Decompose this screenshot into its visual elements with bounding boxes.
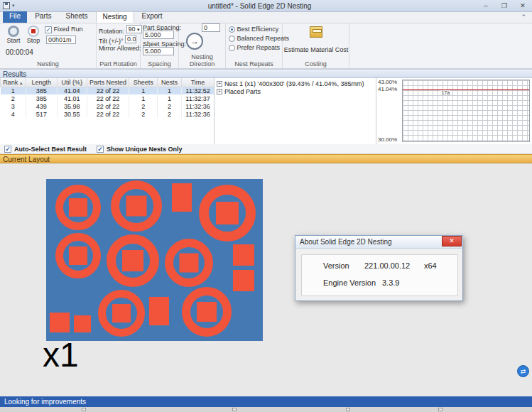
expand-icon[interactable]: + xyxy=(217,89,222,94)
column-header-nests[interactable]: Nests xyxy=(158,78,182,87)
radio-label: Balanced Repeats xyxy=(235,35,289,42)
column-header-time[interactable]: Time xyxy=(182,78,215,87)
table-cell: 3 xyxy=(1,102,26,110)
nesting-direction-icon[interactable]: → xyxy=(186,33,203,50)
bottom-strip-marker xyxy=(438,408,443,411)
sheet-quantity-label: x1 xyxy=(43,338,79,372)
table-cell: 22 of 22 xyxy=(87,110,129,118)
save-icon[interactable] xyxy=(3,2,10,9)
mirror-allowed-label: Mirror Allowed: xyxy=(99,45,141,52)
ring-part xyxy=(165,239,213,287)
part-spacing-input[interactable]: 5.000 xyxy=(143,31,174,39)
window-title: untitled* - Solid Edge 2D Nesting xyxy=(43,2,477,10)
collapse-ribbon-icon[interactable]: ⌃ xyxy=(521,13,526,21)
results-table-pane: Rank ▲LengthUtil (%)Parts NestedSheetsNe… xyxy=(0,78,215,144)
close-button[interactable]: ✕ xyxy=(514,0,532,11)
fixed-run-checkbox[interactable]: ✓ xyxy=(45,26,52,33)
run-time-field-wrap: 00h01m xyxy=(46,36,76,45)
unique-nests-checkbox[interactable]: ✓ xyxy=(97,146,104,153)
version-value: 221.00.00.12 xyxy=(364,261,410,270)
ring-part xyxy=(55,233,101,278)
radio-button[interactable] xyxy=(229,26,235,33)
cost-calculator-icon xyxy=(310,26,322,38)
utilization-graph: 43.00% 41.04% 30.00% 17a xyxy=(376,78,532,144)
radio-button[interactable] xyxy=(229,36,235,42)
radio-button[interactable] xyxy=(229,45,235,51)
about-dialog-body: Version 221.00.00.12 x64 Engine Version … xyxy=(301,254,458,296)
unique-nests-option[interactable]: ✓ Show Unique Nests Only xyxy=(97,146,183,153)
nest-repeats-option[interactable]: Balanced Repeats xyxy=(229,35,289,44)
group-label-part-rotation: Part Rotation xyxy=(97,60,140,67)
table-cell: 22 of 22 xyxy=(87,87,129,94)
tree-item[interactable]: +Placed Parts xyxy=(217,87,376,95)
tree-item[interactable]: +Nest 1 (x1) '400x300' (39.43% / 41.04%,… xyxy=(217,80,376,87)
group-label-nest-repeats: Nest Repeats xyxy=(226,60,282,67)
layout-canvas[interactable]: x1 ⇄ About Solid Edge 2D Nesting ✕ Versi… xyxy=(0,163,532,396)
tab-export[interactable]: Export xyxy=(136,11,169,23)
quick-access-dropdown-icon[interactable]: ▾ xyxy=(12,3,15,9)
results-options-row: ✓ Auto-Select Best Result ✓ Show Unique … xyxy=(0,144,532,154)
nested-square-part xyxy=(216,202,239,224)
auto-select-checkbox[interactable]: ✓ xyxy=(4,146,11,153)
tilt-input[interactable]: 0.0 xyxy=(125,35,136,43)
nested-square-part xyxy=(197,302,217,322)
start-button-label: Start xyxy=(4,37,23,44)
table-cell: 35.98 xyxy=(57,102,87,110)
table-cell: 1 xyxy=(129,94,158,102)
dialog-close-button[interactable]: ✕ xyxy=(442,236,462,246)
minimize-button[interactable]: – xyxy=(477,0,495,11)
start-button[interactable]: Start xyxy=(4,26,23,44)
nest-repeats-option[interactable]: Prefer Repeats xyxy=(229,44,289,53)
run-time-input[interactable]: 00h01m xyxy=(46,36,76,44)
maximize-button[interactable]: ❐ xyxy=(495,0,514,11)
graph-marker-label: 17a xyxy=(440,90,450,95)
ribbon-group-nesting: Start Stop ✓ Fixed Run 00h01m 00:00:04 N… xyxy=(0,23,97,68)
column-header-rank[interactable]: Rank ▲ xyxy=(1,78,26,87)
column-header-length[interactable]: Length xyxy=(26,78,57,87)
tab-nesting[interactable]: Nesting xyxy=(96,11,134,23)
tab-sheets[interactable]: Sheets xyxy=(59,11,94,23)
nest-repeats-option[interactable]: Best Efficiency xyxy=(229,26,289,35)
table-row[interactable]: 238541.0122 of 221111:32:37 xyxy=(1,94,215,102)
bottom-strip-marker xyxy=(82,408,86,411)
stop-button-label: Stop xyxy=(24,37,43,44)
column-header-util-[interactable]: Util (%) xyxy=(57,78,87,87)
about-dialog-titlebar: About Solid Edge 2D Nesting ✕ xyxy=(295,236,462,249)
table-row[interactable]: 138541.0422 of 221111:32:52 xyxy=(1,87,215,94)
estimate-material-cost-button[interactable]: Estimate Material Cost xyxy=(283,26,349,53)
rotation-select[interactable]: 90 ▾ xyxy=(126,25,142,33)
column-header-sheets[interactable]: Sheets xyxy=(129,78,158,87)
stop-button[interactable]: Stop xyxy=(24,26,43,44)
graph-y-current-label: 41.04% xyxy=(378,86,397,92)
ring-part xyxy=(182,287,232,337)
tab-parts[interactable]: Parts xyxy=(28,11,58,23)
bottom-strip-marker xyxy=(232,408,237,411)
fit-view-button[interactable]: ⇄ xyxy=(517,365,529,377)
sort-indicator-icon: ▲ xyxy=(18,81,23,85)
ribbon-group-part-rotation: Rotation: 90 ▾ Tilt (+/-)° 0.0 Mirror Al… xyxy=(97,23,141,68)
tilt-label: Tilt (+/-)° xyxy=(99,38,124,45)
table-row[interactable]: 343935.9822 of 222211:32:36 xyxy=(1,102,215,110)
fixed-run-option[interactable]: ✓ Fixed Run xyxy=(45,26,83,33)
auto-select-option[interactable]: ✓ Auto-Select Best Result xyxy=(4,146,87,153)
tab-file[interactable]: File xyxy=(3,11,27,23)
start-icon xyxy=(8,26,19,37)
ribbon-group-spacing: Part Spacing: 5.000 Sheet Spacing: 5.000… xyxy=(141,23,179,68)
elapsed-time: 00:00:04 xyxy=(6,48,33,56)
ring-part xyxy=(111,180,162,232)
table-cell: 439 xyxy=(26,102,57,110)
expand-icon[interactable]: + xyxy=(217,81,222,87)
direction-angle-input[interactable]: 0 xyxy=(202,23,220,32)
table-cell: 11:32:36 xyxy=(182,102,215,110)
bottom-strip-marker xyxy=(346,408,350,411)
table-cell: 385 xyxy=(26,87,57,94)
version-label: Version xyxy=(323,261,349,270)
rect-part xyxy=(233,270,254,291)
table-cell: 2 xyxy=(129,102,158,110)
table-cell: 4 xyxy=(1,110,26,118)
fixed-run-label: Fixed Run xyxy=(54,26,83,33)
column-header-parts-nested[interactable]: Parts Nested xyxy=(87,78,129,87)
results-panel: Rank ▲LengthUtil (%)Parts NestedSheetsNe… xyxy=(0,78,532,144)
table-row[interactable]: 451730.5522 of 222211:32:36 xyxy=(1,110,215,118)
sheet-spacing-input[interactable]: 5.000 xyxy=(143,47,174,55)
